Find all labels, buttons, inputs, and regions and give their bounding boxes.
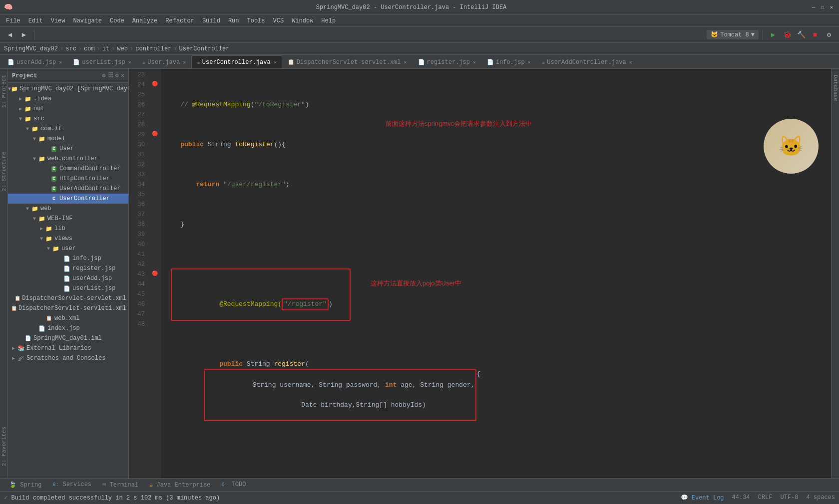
tomcat-selector[interactable]: 🐱 Tomcat 8 ▼ [707, 30, 759, 39]
menu-code[interactable]: Code [106, 16, 128, 25]
tab-usercontrollerjava[interactable]: ☕ UserController.java ✕ [191, 55, 282, 68]
menu-window[interactable]: Window [288, 16, 317, 25]
terminal-icon: ⌨ [102, 482, 106, 489]
close-panel-icon[interactable]: ✕ [121, 72, 124, 79]
todo-tab[interactable]: 6: TODO [217, 480, 251, 490]
menu-vcs[interactable]: VCS [269, 16, 288, 25]
menu-tools[interactable]: Tools [243, 16, 269, 25]
tree-lib[interactable]: ▶ 📁 lib [8, 224, 128, 234]
tab-infojsp[interactable]: 📄 info.jsp ✕ [481, 55, 536, 68]
menu-navigate[interactable]: Navigate [69, 16, 106, 25]
menu-build[interactable]: Build [198, 16, 224, 25]
tree-iml[interactable]: 📄 SpringMVC_day01.iml [8, 333, 128, 343]
tab-dispatcherxml[interactable]: 📋 DispatcherServlet-servlet.xml ✕ [282, 55, 413, 68]
settings-icon[interactable]: ⚙ [115, 72, 119, 79]
annotation-1: 前面这种方法springmvc会把请求参数注入到方法中 [386, 119, 532, 129]
tree-infojsp[interactable]: 📄 info.jsp [8, 253, 128, 263]
terminal-tab[interactable]: ⌨ Terminal [97, 480, 143, 490]
breadcrumb-sep-3: › [97, 45, 100, 52]
tab-close-infojsp[interactable]: ✕ [528, 59, 531, 65]
tab-close-registerjsp[interactable]: ✕ [473, 59, 476, 65]
layout-icon[interactable]: ☰ [108, 72, 113, 79]
tree-out[interactable]: ▶ 📁 out [8, 104, 128, 114]
tree-webcontroller[interactable]: ▼ 📁 web.controller [8, 154, 128, 164]
userfolder-arrow: ▼ [45, 246, 52, 252]
vtab-favorites[interactable]: 2: Favorites [0, 425, 8, 468]
back-button[interactable]: ◀ [4, 29, 16, 41]
tab-useraddjsp[interactable]: 📄 userAdd.jsp ✕ [2, 55, 67, 68]
breadcrumb-controller[interactable]: controller [135, 45, 171, 52]
status-indent[interactable]: 4 spaces [806, 494, 835, 502]
breadcrumb-web[interactable]: web [117, 45, 128, 52]
maximize-button[interactable]: ☐ [819, 4, 826, 11]
breadcrumb-src[interactable]: src [65, 45, 76, 52]
tree-useraddcontroller[interactable]: C UserAddController [8, 184, 128, 194]
tree-registerjsp[interactable]: 📄 register.jsp [8, 263, 128, 273]
menu-analyze[interactable]: Analyze [128, 16, 161, 25]
tab-useraddcontrollerjava[interactable]: ☕ UserAddController.java ✕ [536, 55, 638, 68]
menu-run[interactable]: Run [224, 16, 243, 25]
tab-close-useraddjsp[interactable]: ✕ [59, 59, 62, 65]
tree-web[interactable]: ▼ 📁 web [8, 204, 128, 214]
menu-view[interactable]: View [47, 16, 69, 25]
tab-close-dispatcherxml[interactable]: ✕ [404, 59, 407, 65]
menu-file[interactable]: File [2, 16, 24, 25]
tab-userlistjsp[interactable]: 📄 userList.jsp ✕ [67, 55, 136, 68]
tree-usercontroller[interactable]: C UserController [8, 194, 128, 204]
javaenterprise-tab[interactable]: ☕ Java Enterprise [144, 480, 215, 490]
tab-close-usercontrollerjava[interactable]: ✕ [274, 59, 277, 65]
tree-webinf[interactable]: ▼ 📁 WEB-INF [8, 214, 128, 224]
tree-root[interactable]: ▼ 📁 SpringMVC_day02 [SpringMVC_day02] [8, 84, 128, 94]
tree-httpcontroller[interactable]: C HttpController [8, 174, 128, 184]
tree-src[interactable]: ▼ 📁 src [8, 114, 128, 124]
status-linesep[interactable]: CRLF [758, 494, 773, 502]
tree-scratches[interactable]: ▶ 🖊 Scratches and Consoles [8, 353, 128, 363]
tree-userfolder[interactable]: ▼ 📁 user [8, 244, 128, 253]
spring-tab[interactable]: 🍃 Spring [4, 480, 46, 490]
tree-indexjsp[interactable]: 📄 index.jsp [8, 323, 128, 333]
tab-close-userlistjsp[interactable]: ✕ [128, 59, 131, 65]
vtab-structure[interactable]: 2: Structure [0, 150, 8, 193]
breadcrumb-usercontroller[interactable]: UserController [179, 45, 230, 52]
build-button[interactable]: 🔨 [795, 29, 807, 41]
breadcrumb-com[interactable]: com [84, 45, 95, 52]
status-event-log[interactable]: 💬 Event Log [681, 494, 724, 502]
tree-extlibs[interactable]: ▶ 📚 External Libraries [8, 343, 128, 353]
tree-infojsp-label: info.jsp [72, 255, 101, 262]
stop-button[interactable]: ■ [809, 29, 821, 41]
tree-commandcontroller[interactable]: C CommandController [8, 164, 128, 174]
tree-views[interactable]: ▼ 📁 views [8, 234, 128, 244]
menu-edit[interactable]: Edit [24, 16, 47, 25]
tree-dispatcher1xml[interactable]: 📋 DispatcherServlet-servlet.xml [8, 293, 128, 303]
database-tab[interactable]: Database [832, 73, 839, 103]
tree-user[interactable]: C User [8, 144, 128, 154]
code-area[interactable]: 23 24 25 26 27 28 29 30 31 32 33 34 35 3… [129, 69, 831, 478]
code-content[interactable]: // @RequestMapping("/toRegister") public… [161, 69, 831, 478]
breadcrumb-it[interactable]: it [102, 45, 109, 52]
forward-button[interactable]: ▶ [18, 29, 30, 41]
tree-webxml[interactable]: 📋 web.xml [8, 313, 128, 323]
tab-userjava[interactable]: ☕ User.java ✕ [137, 55, 191, 68]
services-tab[interactable]: 8: Services [47, 480, 96, 490]
tree-model[interactable]: ▼ 📁 model [8, 134, 128, 144]
tab-close-userjava[interactable]: ✕ [183, 59, 186, 65]
status-encoding[interactable]: UTF-8 [780, 494, 798, 502]
menu-refactor[interactable]: Refactor [161, 16, 198, 25]
tree-idea[interactable]: ▶ 📁 .idea [8, 94, 128, 104]
tree-userlistjsp[interactable]: 📄 userList.jsp [8, 283, 128, 293]
close-button[interactable]: ✕ [828, 4, 835, 11]
debug-button[interactable]: 🐞 [781, 29, 793, 41]
settings-button[interactable]: ⚙ [823, 29, 835, 41]
hc-java-icon: C [50, 175, 58, 183]
tree-useraddjsp[interactable]: 📄 userAdd.jsp [8, 273, 128, 283]
breadcrumb-project[interactable]: SpringMVC_day02 [4, 45, 58, 52]
vtab-project[interactable]: 1: Project [0, 73, 8, 110]
run-button[interactable]: ▶ [767, 29, 779, 41]
tree-dispatcher2xml[interactable]: 📋 DispatcherServlet-servlet1.xml [8, 303, 128, 313]
tab-registerjsp[interactable]: 📄 register.jsp ✕ [413, 55, 481, 68]
menu-help[interactable]: Help [317, 16, 340, 25]
tree-comit[interactable]: ▼ 📁 com.it [8, 124, 128, 134]
tab-close-useraddcontrollerjava[interactable]: ✕ [629, 59, 632, 65]
minimize-button[interactable]: — [810, 4, 817, 11]
gear-icon[interactable]: ⚙ [102, 72, 105, 79]
